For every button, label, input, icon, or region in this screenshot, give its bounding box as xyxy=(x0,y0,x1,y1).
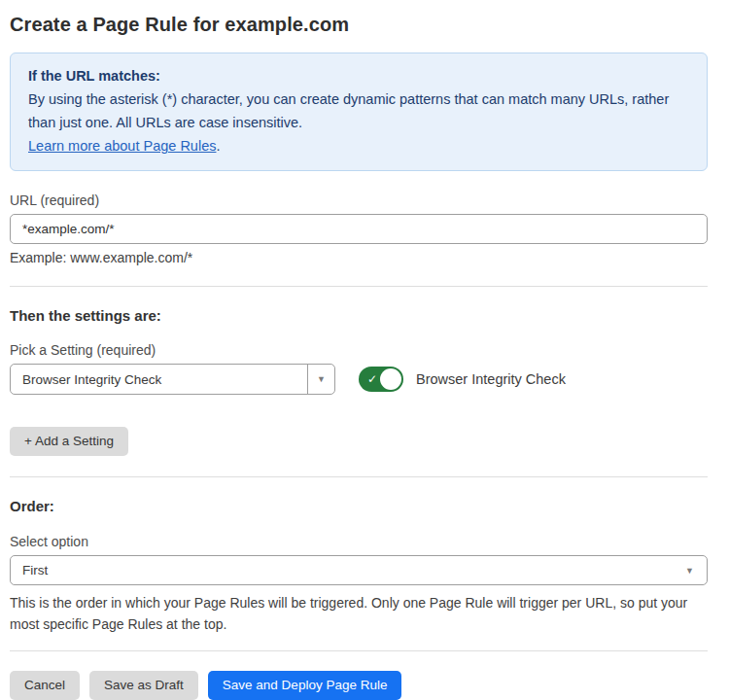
toggle-label: Browser Integrity Check xyxy=(416,371,566,387)
select-option-label: Select option xyxy=(10,534,708,549)
order-section-heading: Order: xyxy=(10,498,708,514)
save-as-draft-button[interactable]: Save as Draft xyxy=(89,671,198,700)
order-select[interactable]: First ▼ xyxy=(10,555,708,585)
cancel-button[interactable]: Cancel xyxy=(10,671,80,700)
url-example-helper: Example: www.example.com/* xyxy=(10,250,708,265)
url-input[interactable] xyxy=(10,214,708,244)
settings-section-heading: Then the settings are: xyxy=(10,307,708,324)
check-icon: ✓ xyxy=(367,373,377,385)
order-select-value: First xyxy=(11,563,685,578)
add-setting-button[interactable]: + Add a Setting xyxy=(10,427,128,456)
chevron-down-icon: ▼ xyxy=(317,374,326,384)
setting-dropdown-arrow-button[interactable]: ▼ xyxy=(307,365,334,394)
learn-more-link[interactable]: Learn more about Page Rules xyxy=(28,138,216,154)
page-rule-form: Create a Page Rule for example.com If th… xyxy=(0,0,729,700)
info-box-heading: If the URL matches: xyxy=(28,64,689,88)
link-suffix: . xyxy=(216,138,220,154)
info-box-link-line: Learn more about Page Rules. xyxy=(28,134,689,158)
save-and-deploy-button[interactable]: Save and Deploy Page Rule xyxy=(208,671,402,700)
page-title: Create a Page Rule for example.com xyxy=(10,14,708,36)
browser-integrity-toggle[interactable]: ✓ xyxy=(359,367,403,392)
section-divider xyxy=(10,476,708,477)
url-field-label: URL (required) xyxy=(10,192,708,208)
footer-divider xyxy=(10,650,708,651)
url-match-info-box: If the URL matches: By using the asteris… xyxy=(10,52,708,171)
chevron-down-icon: ▼ xyxy=(685,566,707,576)
pick-setting-label: Pick a Setting (required) xyxy=(10,342,708,358)
setting-row: Browser Integrity Check ▼ ✓ Browser Inte… xyxy=(10,364,708,395)
toggle-wrap: ✓ Browser Integrity Check xyxy=(359,367,566,392)
section-divider xyxy=(10,286,708,287)
setting-dropdown[interactable]: Browser Integrity Check ▼ xyxy=(10,364,335,395)
setting-dropdown-value: Browser Integrity Check xyxy=(11,372,307,387)
order-helper-text: This is the order in which your Page Rul… xyxy=(10,592,708,635)
toggle-knob xyxy=(380,368,401,390)
info-box-body: By using the asterisk (*) character, you… xyxy=(28,88,689,134)
footer-actions: Cancel Save as Draft Save and Deploy Pag… xyxy=(10,671,708,700)
